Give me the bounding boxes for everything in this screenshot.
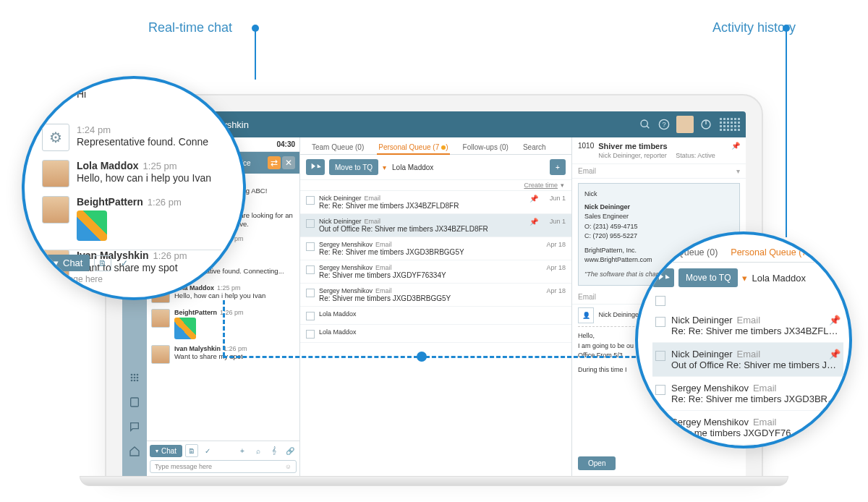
tab-personal-label: Personal Queue (7 [378, 143, 439, 151]
row-checkbox[interactable] [306, 242, 315, 251]
mag-chat-text: Hello, how can i help you Ivan [77, 171, 236, 184]
row-checkbox[interactable] [306, 312, 315, 320]
annotation-line [255, 27, 256, 80]
card-name: Nick Deininger [584, 203, 733, 213]
email-sender: Nick Deininger [671, 315, 733, 326]
svg-text:?: ? [662, 121, 665, 128]
chat-nav-icon[interactable] [127, 420, 142, 434]
power-icon[interactable] [697, 115, 715, 134]
svg-point-10 [137, 374, 139, 376]
tab-search[interactable]: Search [516, 140, 553, 154]
avatar [151, 345, 170, 364]
plus-icon[interactable]: + [236, 444, 249, 457]
email-sender: Sergey Menshikov [319, 241, 373, 248]
open-button[interactable]: Open [578, 456, 616, 470]
notes-icon[interactable]: 🗎 [94, 255, 111, 271]
dropdown-caret-icon[interactable]: ▾ [383, 163, 386, 171]
email-subject: Re: Shiver me timbers JXGD3BRBGG5Y [319, 294, 542, 302]
svg-point-13 [137, 377, 139, 379]
tab-team-queue[interactable]: Team Queue (0) [305, 140, 371, 154]
email-type: Email [375, 264, 392, 271]
help-icon[interactable]: ? [655, 115, 673, 134]
avatar [151, 309, 170, 328]
email-date: Apr 18 [546, 241, 566, 248]
emoji-icon[interactable]: ☺ [285, 463, 292, 470]
email-row[interactable]: Lola Maddox [300, 307, 571, 325]
dropdown-caret-icon[interactable]: ▾ [742, 273, 747, 284]
chat-mode-button[interactable]: ▾Chat [150, 445, 182, 457]
contacts-icon[interactable] [127, 395, 142, 409]
row-checkbox[interactable] [306, 196, 315, 205]
select-all-checkbox[interactable] [655, 296, 665, 306]
link-icon[interactable]: 🔗 [284, 444, 297, 457]
svg-line-1 [647, 126, 649, 128]
svg-point-9 [134, 374, 136, 376]
row-checkbox[interactable] [306, 330, 315, 339]
tab-personal-queue[interactable]: Personal Queue (7) [371, 140, 455, 154]
attachment-icon[interactable]: 𝄞 [268, 444, 281, 457]
row-checkbox[interactable] [306, 289, 315, 297]
check-icon[interactable]: ✓ [201, 444, 214, 457]
row-checkbox[interactable] [655, 317, 665, 327]
brand-logo [720, 115, 741, 134]
email-row[interactable]: Sergey MenshikovEmailRe: Re: Shiver me t… [652, 377, 843, 411]
email-row[interactable]: Nick DeiningerEmail📌Re: Re: Shiver me ti… [652, 309, 843, 343]
case-header: 1010 Shiver me timbers Nick Deininger, r… [572, 137, 746, 164]
transfer-icon[interactable]: ⇄ [268, 156, 281, 169]
email-row[interactable]: Nick DeiningerEmailOut of Office Re: Shi… [300, 214, 571, 237]
mag-time: 1:25 pm [143, 161, 177, 171]
chat-mode-button[interactable]: ▾Chat [46, 255, 90, 271]
tab-personal-queue[interactable]: Personal Queue (7) [731, 247, 817, 258]
move-to-tq-button[interactable]: Move to TQ [678, 268, 738, 287]
search-icon[interactable] [636, 115, 655, 134]
home-icon[interactable] [127, 444, 142, 459]
email-row[interactable]: Lola Maddox [300, 325, 571, 343]
email-type: Email [737, 349, 761, 360]
email-section-label[interactable]: Email ▾ [572, 164, 746, 179]
dialpad-icon[interactable] [127, 370, 142, 385]
message-sender: BeightPattern [174, 309, 217, 316]
email-type: Email [753, 417, 777, 427]
email-subject: Re: Re: Shiver me timbers JX34BZFLD8FR [319, 202, 525, 210]
email-type: Email [365, 195, 381, 202]
email-sender: Nick Deininger [319, 195, 362, 202]
reply-avatar-icon: 👤 [578, 307, 594, 323]
queue-panel: Team Queue (0) Personal Queue (7) Follow… [300, 137, 572, 476]
case-id: 1010 [578, 142, 594, 159]
annotation-realtime-chat: Real-time chat [148, 20, 232, 35]
forward-button[interactable] [306, 159, 325, 175]
email-subject: Out of Office Re: Shiver me timbers JX34… [671, 360, 841, 370]
pin-icon: 📌 [829, 349, 841, 360]
row-checkbox[interactable] [655, 385, 665, 395]
search-small-icon[interactable]: ⌕ [252, 444, 265, 457]
mag-time: 1:26 pm [148, 197, 182, 208]
message-time: 1:26 pm [224, 345, 247, 352]
case-status: Status: Active [676, 152, 715, 159]
reply-author: Nick Deininger [599, 311, 642, 318]
pin-icon[interactable]: 📌 [731, 142, 740, 159]
tab-followups[interactable]: Follow-ups (0) [456, 140, 516, 154]
avatar [42, 196, 69, 224]
sort-dir-icon[interactable]: ▾ [561, 182, 564, 189]
email-row[interactable]: Sergey MenshikovEmailRe: Shiver me timbe… [300, 284, 571, 307]
chat-input[interactable]: Type message here ☺ [150, 460, 297, 473]
check-icon[interactable]: ✓ [116, 255, 133, 271]
email-row[interactable]: Nick DeiningerEmail📌Out of Office Re: Sh… [652, 343, 843, 377]
logged-user-avatar[interactable] [676, 116, 694, 133]
row-checkbox[interactable] [655, 351, 665, 361]
move-to-tq-button[interactable]: Move to TQ [329, 159, 378, 175]
sort-by-link[interactable]: Create time [524, 182, 558, 189]
email-row[interactable]: Nick DeiningerEmailRe: Re: Shiver me tim… [300, 191, 571, 214]
message-time: 1:25 pm [217, 284, 241, 292]
add-button[interactable]: + [550, 159, 566, 175]
row-checkbox[interactable] [306, 265, 315, 274]
laptop-base [80, 476, 788, 486]
email-sender: Sergey Menshikov [319, 287, 373, 294]
row-checkbox[interactable] [306, 219, 315, 228]
notes-icon[interactable]: 🗎 [185, 444, 198, 457]
end-chat-icon[interactable]: ✕ [282, 156, 295, 169]
email-row[interactable]: Sergey MenshikovEmailRe: Shiver me timbe… [300, 260, 571, 284]
svg-point-12 [134, 377, 136, 379]
case-subject: Shiver me timbers [598, 142, 727, 150]
email-row[interactable]: Sergey MenshikovEmailRe: Re: Shiver me t… [300, 237, 571, 260]
